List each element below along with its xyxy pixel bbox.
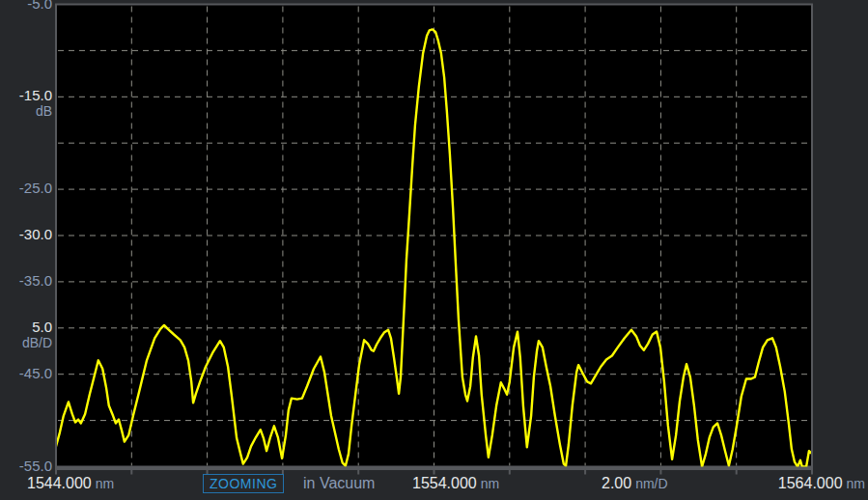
y-axis-unit-label: dB bbox=[0, 103, 52, 119]
stop-wavelength-value: 1564.000 bbox=[778, 475, 843, 491]
x-axis-center-label: 1554.000nm bbox=[412, 475, 499, 492]
y-axis-label: -55.0 bbox=[0, 458, 52, 474]
stop-wavelength-unit: nm bbox=[847, 476, 865, 491]
y-axis-label: -15.0 bbox=[0, 88, 52, 103]
start-wavelength-value: 1544.000 bbox=[27, 475, 92, 491]
x-scale-per-division-label: 2.00nm/D bbox=[602, 475, 668, 492]
x-scale-unit: nm/D bbox=[635, 476, 667, 491]
x-axis-start-label: 1544.000nm bbox=[27, 475, 114, 492]
x-axis-stop-label: 1564.000nm bbox=[778, 475, 865, 492]
y-axis-label: 5.0 bbox=[0, 319, 52, 335]
y-axis-unit-label: dB/D bbox=[0, 335, 52, 350]
y-axis-label: -25.0 bbox=[0, 181, 52, 196]
y-axis-label: -30.0 bbox=[0, 227, 52, 242]
vacuum-indicator: in Vacuum bbox=[303, 475, 375, 492]
center-wavelength-unit: nm bbox=[481, 476, 499, 491]
x-scale-value: 2.00 bbox=[602, 475, 631, 491]
zooming-badge: ZOOMING bbox=[203, 474, 284, 493]
osa-display: -5.0-15.0dB-25.0-30.0-35.05.0dB/D-45.0-5… bbox=[0, 0, 868, 500]
y-axis-label: -35.0 bbox=[0, 273, 52, 289]
y-axis-label: -45.0 bbox=[0, 366, 52, 381]
start-wavelength-unit: nm bbox=[96, 476, 114, 491]
plot-area[interactable] bbox=[0, 0, 868, 500]
y-axis-label: -5.0 bbox=[0, 0, 52, 12]
center-wavelength-value: 1554.000 bbox=[412, 475, 477, 491]
